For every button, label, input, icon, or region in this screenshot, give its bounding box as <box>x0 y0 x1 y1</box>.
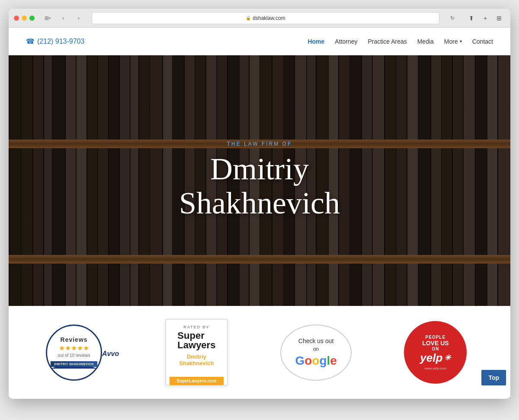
browser-titlebar: ⊞ ▾ ‹ › 🔒 dshaklaw.com ↻ ⬆ + ⊞ <box>9 9 510 28</box>
avvo-brand: Avvo <box>102 350 119 357</box>
nav-contact[interactable]: Contact <box>472 38 493 45</box>
top-button[interactable]: Top <box>481 370 506 385</box>
avvo-badge[interactable]: Reviews ★★★★★ out of 10 reviews DMITRIY … <box>52 322 113 383</box>
traffic-lights <box>14 16 35 21</box>
avvo-stars: ★★★★★ <box>59 344 89 352</box>
plus-icon: + <box>484 15 487 22</box>
nav-attorney[interactable]: Attorney <box>335 38 357 45</box>
browser-actions: ⬆ + ⊞ <box>465 12 505 24</box>
hero-title-line2: Shakhnevich <box>179 186 340 220</box>
hero-section: THE LAW FIRM OF Dmitriy Shakhnevich <box>9 55 510 306</box>
super-lawyers-word2: Lawyers <box>177 340 215 350</box>
g-letter-o2: o <box>312 354 319 368</box>
avvo-ribbon-container: DMITRIY SHAKHNEVICH <box>51 361 97 369</box>
reload-icon: ↻ <box>450 15 455 21</box>
google-check-text: Check us out <box>298 337 334 344</box>
sl-name-line2: Shakhnevich <box>179 360 214 366</box>
site-header: ☎ (212) 913-9703 Home Attorney Practice … <box>9 28 510 55</box>
maximize-button[interactable] <box>29 16 35 21</box>
yelp-on-text: ON <box>432 347 439 351</box>
avvo-out-of: out of 10 reviews <box>58 353 90 358</box>
lock-icon: 🔒 <box>246 16 251 20</box>
g-letter-e: e <box>330 354 337 368</box>
share-icon: ⬆ <box>469 15 474 22</box>
shelf-divider-bottom <box>9 255 510 264</box>
yelp-logo: yelp ✳ <box>420 351 451 365</box>
address-bar[interactable]: 🔒 dshaklaw.com <box>92 12 439 24</box>
g-letter-G: G <box>295 354 304 368</box>
avvo-circle-container: Reviews ★★★★★ out of 10 reviews DMITRIY … <box>46 325 102 381</box>
super-lawyers-word1: Super <box>177 331 215 340</box>
badges-section: Reviews ★★★★★ out of 10 reviews DMITRIY … <box>9 306 510 399</box>
g-letter-l: l <box>327 354 330 368</box>
avvo-ribbon-bottom-shape <box>51 367 97 369</box>
avvo-brand-container: Avvo <box>102 350 119 358</box>
sidebar-toggle[interactable]: ⊞ ▾ <box>42 12 54 24</box>
super-lawyers-name: Dmitriy Shakhnevich <box>179 353 214 366</box>
grid-icon: ⊞ <box>497 15 502 22</box>
yelp-circle: PEOPLE LOVE US ON yelp ✳ www.yelp.com <box>404 321 467 384</box>
avvo-circle: Reviews ★★★★★ out of 10 reviews DMITRIY … <box>46 325 102 381</box>
yelp-badge[interactable]: PEOPLE LOVE US ON yelp ✳ www.yelp.com <box>404 321 467 384</box>
sidebar-icon: ⊞ <box>45 15 49 21</box>
super-lawyers-container: RATED BY Super Lawyers Dmitriy Shakhnevi… <box>165 319 228 386</box>
nav-media[interactable]: Media <box>417 38 434 45</box>
reload-button[interactable]: ↻ <box>446 12 458 24</box>
forward-icon: › <box>78 15 80 21</box>
google-on-text: on <box>313 346 319 352</box>
nav-home[interactable]: Home <box>308 38 324 45</box>
nav-more-label: More <box>444 38 458 45</box>
yelp-people-text: PEOPLE <box>426 335 446 340</box>
browser-window: ⊞ ▾ ‹ › 🔒 dshaklaw.com ↻ ⬆ + ⊞ <box>9 9 510 399</box>
g-letter-o1: o <box>304 354 312 368</box>
avvo-name-ribbon: DMITRIY SHAKHNEVICH <box>51 361 97 367</box>
back-button[interactable]: ‹ <box>57 12 69 24</box>
yelp-love-text: LOVE US <box>422 340 449 347</box>
new-tab-button[interactable]: + <box>479 12 491 24</box>
google-circle: Check us out on Google <box>280 325 352 381</box>
share-button[interactable]: ⬆ <box>465 12 477 24</box>
avvo-reviews-label: Reviews <box>61 336 88 343</box>
yelp-burst-icon: ✳ <box>444 353 451 363</box>
forward-button[interactable]: › <box>73 12 85 24</box>
g-letter-g: g <box>319 354 327 368</box>
chevron-down-icon: ▾ <box>460 39 462 44</box>
hero-content: THE LAW FIRM OF Dmitriy Shakhnevich <box>9 141 510 220</box>
minimize-button[interactable] <box>22 16 27 21</box>
tab-overview-button[interactable]: ⊞ <box>493 12 505 24</box>
google-logo: Google <box>295 354 336 368</box>
hero-subtitle: THE LAW FIRM OF <box>9 141 510 147</box>
phone-text: (212) 913-9703 <box>37 38 84 45</box>
super-lawyers-url: SuperLawyers.com <box>170 377 224 385</box>
back-icon: ‹ <box>62 15 64 21</box>
phone-icon: ☎ <box>26 37 35 45</box>
google-badge[interactable]: Check us out on Google <box>280 325 352 381</box>
url-text: dshaklaw.com <box>253 15 285 21</box>
sidebar-chevron-icon: ▾ <box>49 16 51 20</box>
nav-practice-areas[interactable]: Practice Areas <box>368 38 407 45</box>
rated-by-label: RATED BY <box>183 325 209 329</box>
yelp-url-text: www.yelp.com <box>424 366 446 370</box>
super-lawyers-title: Super Lawyers <box>177 331 215 350</box>
hero-title: Dmitriy Shakhnevich <box>9 152 510 220</box>
site-nav: Home Attorney Practice Areas Media More … <box>308 38 493 45</box>
sl-name-line1: Dmitriy <box>179 353 214 360</box>
super-lawyers-badge[interactable]: RATED BY Super Lawyers Dmitriy Shakhnevi… <box>165 319 228 386</box>
phone-number: ☎ (212) 913-9703 <box>26 37 84 45</box>
website-content: ☎ (212) 913-9703 Home Attorney Practice … <box>9 28 510 399</box>
close-button[interactable] <box>14 16 19 21</box>
avvo-badge-container: Reviews ★★★★★ out of 10 reviews DMITRIY … <box>52 322 113 383</box>
nav-more[interactable]: More ▾ <box>444 38 462 45</box>
hero-title-line1: Dmitriy <box>210 152 309 186</box>
yelp-brand-text: yelp <box>420 351 442 365</box>
